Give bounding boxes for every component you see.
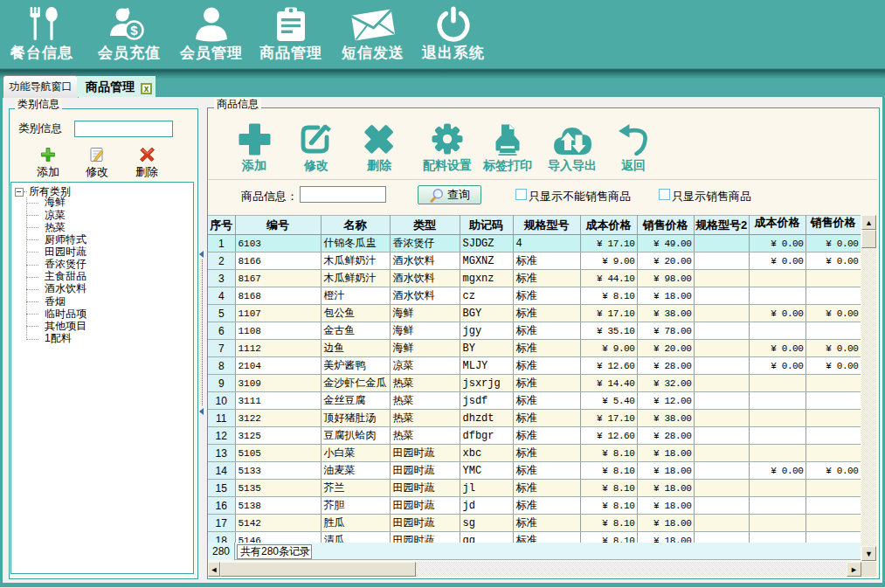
- svg-text:$: $: [130, 23, 138, 38]
